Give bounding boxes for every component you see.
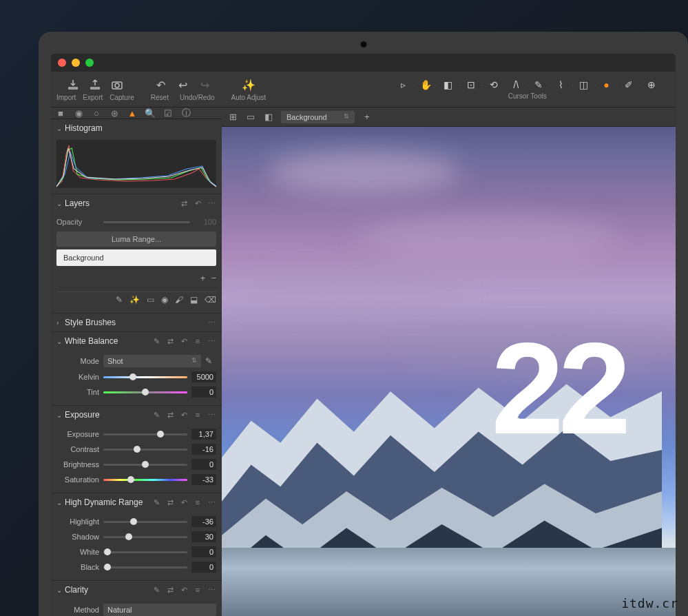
highlight-value[interactable]: -36 bbox=[191, 516, 216, 527]
preset-icon[interactable]: ≡ bbox=[193, 336, 202, 346]
hdr-header[interactable]: ⌄ High Dynamic Range ✎ ⇄ ↶ ≡ ⋯ bbox=[51, 493, 222, 511]
panel-menu-icon[interactable]: ⋯ bbox=[207, 410, 216, 420]
clone-tool-icon[interactable]: ⊕ bbox=[645, 79, 658, 91]
hand-tool-icon[interactable]: ✋ bbox=[419, 79, 432, 91]
panel-menu-icon[interactable]: ⋯ bbox=[207, 336, 216, 346]
reset-icon[interactable]: ↶ bbox=[179, 336, 189, 346]
remove-layer-icon[interactable]: − bbox=[211, 273, 216, 283]
opacity-slider[interactable] bbox=[103, 221, 190, 223]
color-tab-icon[interactable]: ⊛ bbox=[109, 107, 120, 119]
layers-header[interactable]: ⌄ Layers ⇄ ↶ ⋯ bbox=[51, 194, 222, 212]
brush-fill-icon[interactable]: ⬓ bbox=[190, 295, 198, 305]
panel-menu-icon[interactable]: ⋯ bbox=[207, 585, 216, 595]
brush-auto-icon[interactable]: ✨ bbox=[129, 295, 140, 305]
grid-view-icon[interactable]: ⊞ bbox=[227, 112, 238, 122]
brush-linear-icon[interactable]: ▭ bbox=[147, 295, 154, 305]
white-slider[interactable] bbox=[103, 547, 187, 557]
copy-icon[interactable]: ⇄ bbox=[165, 410, 175, 420]
black-slider[interactable] bbox=[103, 562, 187, 572]
white-value[interactable]: 0 bbox=[191, 546, 216, 557]
tint-slider[interactable] bbox=[103, 387, 187, 397]
add-variant-icon[interactable]: + bbox=[362, 112, 373, 122]
brightness-value[interactable]: 0 bbox=[191, 459, 216, 470]
metadata-tab-icon[interactable]: ⓘ bbox=[180, 107, 191, 119]
details-tab-icon[interactable]: 🔍 bbox=[145, 107, 156, 119]
kelvin-slider[interactable] bbox=[103, 372, 187, 382]
copy-icon[interactable]: ⇄ bbox=[165, 497, 175, 507]
layer-item-background[interactable]: Background bbox=[56, 249, 216, 266]
brush-erase-icon[interactable]: ⌫ bbox=[205, 295, 216, 305]
single-view-icon[interactable]: ▭ bbox=[245, 112, 256, 122]
shadow-value[interactable]: 30 bbox=[191, 531, 216, 542]
auto-icon[interactable]: ✎ bbox=[152, 410, 161, 420]
auto-icon[interactable]: ✎ bbox=[152, 497, 161, 507]
white-balance-header[interactable]: ⌄ White Balance ✎ ⇄ ↶ ≡ ⋯ bbox=[51, 332, 222, 350]
exposure-slider[interactable] bbox=[103, 429, 187, 439]
mask-tool-icon[interactable]: ● bbox=[600, 79, 612, 91]
exposure-header[interactable]: ⌄ Exposure ✎ ⇄ ↶ ≡ ⋯ bbox=[51, 406, 222, 424]
auto-icon[interactable]: ✎ bbox=[152, 336, 161, 346]
image-canvas[interactable]: 22 bbox=[222, 127, 676, 616]
brush-picker-icon[interactable]: ✎ bbox=[116, 295, 123, 305]
capture-icon[interactable] bbox=[110, 77, 125, 92]
brush-paint-icon[interactable]: 🖌 bbox=[175, 295, 183, 305]
brush-tool-icon[interactable]: ⌇ bbox=[555, 79, 567, 91]
panel-menu-icon[interactable]: ⋯ bbox=[207, 318, 216, 327]
keystone-tool-icon[interactable]: /\ bbox=[510, 79, 522, 91]
copy-adjustments-icon[interactable]: ⇄ bbox=[179, 198, 189, 208]
reset-panel-icon[interactable]: ↶ bbox=[193, 198, 202, 208]
export-icon[interactable] bbox=[87, 77, 103, 92]
pointer-tool-icon[interactable]: ▹ bbox=[397, 79, 409, 91]
capture-tab-icon[interactable]: ◉ bbox=[73, 107, 84, 119]
exposure-value[interactable]: 1,37 bbox=[191, 429, 216, 440]
copy-icon[interactable]: ⇄ bbox=[165, 585, 175, 595]
preset-icon[interactable]: ≡ bbox=[193, 585, 202, 595]
reset-icon[interactable]: ↶ bbox=[179, 585, 189, 595]
saturation-value[interactable]: -33 bbox=[191, 474, 216, 485]
clarity-method-select[interactable]: Natural bbox=[103, 604, 216, 616]
minimize-window-button[interactable] bbox=[72, 59, 80, 67]
undo-icon[interactable]: ↩ bbox=[175, 77, 190, 92]
highlight-slider[interactable] bbox=[103, 517, 187, 526]
gradient-tool-icon[interactable]: ✐ bbox=[623, 79, 635, 91]
histogram-header[interactable]: ⌄ Histogram bbox=[51, 119, 222, 137]
panel-menu-icon[interactable]: ⋯ bbox=[207, 497, 216, 507]
reset-icon[interactable]: ↶ bbox=[179, 410, 189, 420]
panel-menu-icon[interactable]: ⋯ bbox=[207, 198, 216, 208]
style-brushes-header[interactable]: › Style Brushes ⋯ bbox=[51, 314, 222, 331]
reset-icon[interactable]: ↶ bbox=[179, 497, 189, 507]
add-layer-icon[interactable]: + bbox=[200, 273, 206, 283]
preset-icon[interactable]: ≡ bbox=[193, 410, 202, 420]
auto-adjust-icon[interactable]: ✨ bbox=[241, 77, 256, 92]
redo-icon[interactable]: ↪ bbox=[197, 77, 212, 92]
contrast-slider[interactable] bbox=[103, 444, 187, 454]
import-icon[interactable] bbox=[65, 77, 81, 92]
kelvin-value[interactable]: 5000 bbox=[191, 371, 216, 382]
exposure-tab-icon[interactable]: ▲ bbox=[127, 107, 138, 119]
luma-range-button[interactable]: Luma Range... bbox=[56, 232, 216, 247]
library-tab-icon[interactable]: ■ bbox=[55, 107, 66, 119]
auto-icon[interactable]: ✎ bbox=[152, 585, 161, 595]
black-value[interactable]: 0 bbox=[191, 562, 216, 573]
maximize-window-button[interactable] bbox=[85, 59, 94, 67]
histogram-display[interactable] bbox=[56, 140, 216, 188]
clarity-header[interactable]: ⌄ Clarity ✎ ⇄ ↶ ≡ ⋯ bbox=[51, 581, 222, 599]
close-window-button[interactable] bbox=[58, 59, 66, 67]
contrast-value[interactable]: -16 bbox=[191, 444, 216, 455]
eyedropper-tool-icon[interactable]: ◧ bbox=[442, 79, 455, 91]
brightness-slider[interactable] bbox=[103, 460, 187, 469]
style-tab-icon[interactable]: ☑ bbox=[163, 107, 174, 119]
eraser-tool-icon[interactable]: ◫ bbox=[578, 79, 590, 91]
copy-icon[interactable]: ⇄ bbox=[165, 336, 175, 346]
wb-picker-icon[interactable]: ✎ bbox=[205, 356, 216, 366]
spot-tool-icon[interactable]: ✎ bbox=[532, 79, 545, 91]
rotate-tool-icon[interactable]: ⟲ bbox=[488, 79, 500, 91]
crop-tool-icon[interactable]: ⊡ bbox=[465, 79, 477, 91]
lens-tab-icon[interactable]: ○ bbox=[91, 107, 102, 119]
saturation-slider[interactable] bbox=[103, 475, 187, 484]
tint-value[interactable]: 0 bbox=[191, 387, 216, 398]
compare-view-icon[interactable]: ◧ bbox=[263, 112, 274, 122]
shadow-slider[interactable] bbox=[103, 532, 187, 542]
preset-icon[interactable]: ≡ bbox=[193, 497, 202, 507]
viewer-layer-select[interactable]: Background ⇅ bbox=[281, 111, 355, 123]
